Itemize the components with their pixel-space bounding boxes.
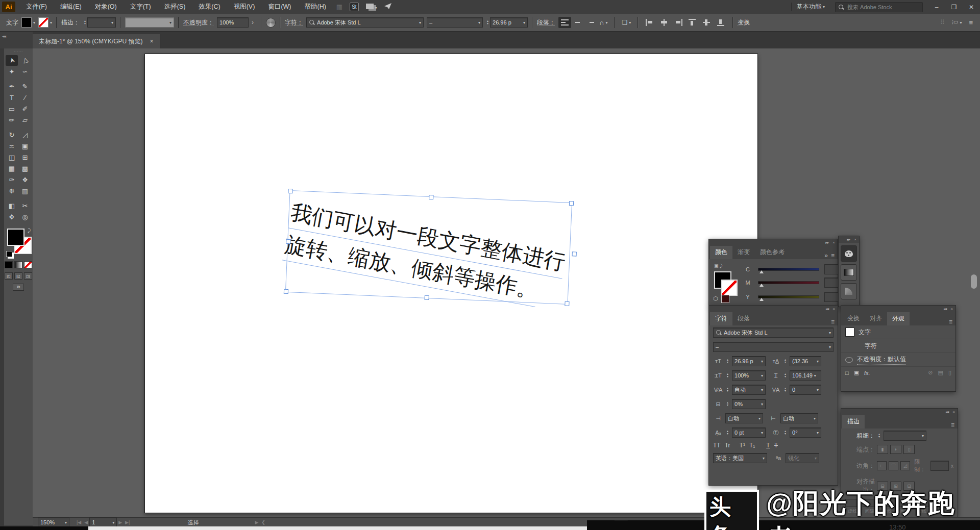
touch-workspace-icon[interactable]: ⠿ — [940, 19, 945, 26]
delete-item-icon[interactable]: ▯ — [948, 369, 951, 376]
collapse-toolbar-icon[interactable] — [2, 34, 6, 39]
opacity-more-arrow[interactable]: › — [252, 19, 254, 26]
tool-lasso[interactable]: ∽ — [19, 66, 31, 77]
tab-color[interactable]: 颜色 — [710, 246, 732, 259]
tool-rotate[interactable]: ↻ — [6, 130, 18, 140]
gradient-mode-button[interactable] — [14, 261, 22, 268]
space-after-dropdown[interactable]: 自动 — [780, 413, 818, 423]
char-font-family-dropdown[interactable]: Adobe 宋体 Std L — [713, 327, 834, 338]
new-stroke-icon[interactable]: □ — [845, 370, 849, 376]
menu-item-file[interactable]: 文件(F) — [19, 0, 54, 14]
vertical-align-center-icon[interactable] — [703, 19, 711, 26]
handle-bottom-center[interactable] — [425, 295, 429, 300]
tool-gradient[interactable]: ▩ — [19, 163, 31, 174]
toolbar-fill-swatch[interactable] — [7, 229, 24, 246]
vertical-scale-dropdown[interactable]: 100% — [732, 370, 766, 381]
text-selection-frame[interactable]: 我们可以对一段文字整体进行 旋转、缩放、倾斜等操作。 — [285, 190, 572, 305]
collapse-panel-icon[interactable] — [825, 307, 828, 311]
mini-swap-icon[interactable]: ▣ ⤸ — [714, 263, 722, 269]
stroke-color-control[interactable] — [38, 17, 52, 28]
horizontal-scale-dropdown[interactable]: 106.149 — [790, 370, 821, 381]
tool-paintbrush[interactable]: ✐ — [19, 104, 31, 114]
draw-normal-button[interactable]: ◰ — [5, 272, 13, 280]
tracking-stepper[interactable] — [785, 387, 786, 392]
default-fill-stroke-icon[interactable] — [6, 251, 12, 257]
appearance-row-type[interactable]: 文字 — [841, 325, 955, 339]
superscript-button[interactable]: T¹ — [740, 442, 745, 449]
expand-dock-icon[interactable] — [847, 237, 850, 242]
tool-shape-builder[interactable]: ◫ — [6, 152, 18, 163]
tab-appearance[interactable]: 外观 — [887, 312, 910, 325]
first-artboard-icon[interactable]: |◀ — [77, 520, 81, 525]
handle-top-right[interactable] — [569, 201, 574, 206]
character-label[interactable]: 字符： — [285, 18, 303, 27]
handle-bottom-right[interactable] — [565, 301, 569, 306]
baseline-shift-stepper[interactable] — [727, 430, 728, 435]
prev-artboard-icon[interactable]: ◀ — [84, 520, 88, 525]
kerning-dropdown[interactable]: 自动 — [732, 385, 766, 395]
vertical-align-top-icon[interactable] — [689, 19, 697, 26]
minimize-button[interactable]: – — [928, 0, 945, 14]
artboard-navigation-dropdown[interactable]: 1 — [89, 517, 117, 527]
tool-selection[interactable]: ➤ — [6, 55, 18, 66]
share-icon[interactable] — [384, 3, 392, 11]
font-style-dropdown[interactable]: – — [427, 17, 483, 28]
tool-width[interactable]: ≍ — [6, 141, 18, 152]
text-object[interactable]: 我们可以对一段文字整体进行 旋转、缩放、倾斜等操作。 — [282, 196, 568, 311]
space-before-dropdown[interactable]: 自动 — [725, 413, 763, 423]
tool-column-graph[interactable]: ▥ — [19, 186, 31, 196]
tool-rectangle[interactable]: ▭ — [6, 104, 18, 114]
anti-alias-dropdown[interactable]: 锐化 — [786, 453, 819, 463]
font-size-dropdown[interactable]: 26.96 p — [490, 17, 528, 28]
restore-button[interactable]: ❐ — [945, 0, 963, 14]
close-button[interactable]: ✕ — [963, 0, 980, 14]
horizontal-align-center-icon[interactable] — [660, 19, 668, 26]
draw-behind-button[interactable]: ◱ — [14, 272, 22, 280]
horizontal-align-right-icon[interactable] — [674, 19, 682, 26]
dock-gradient-button[interactable] — [841, 264, 857, 281]
vertical-scale-stepper[interactable] — [727, 373, 728, 378]
close-panel-icon[interactable] — [832, 307, 835, 311]
search-input[interactable] — [846, 4, 910, 11]
tool-slice[interactable]: ✂ — [19, 200, 31, 211]
menu-item-object[interactable]: 对象(O) — [88, 0, 124, 14]
tool-free-transform[interactable]: ▣ — [19, 141, 31, 152]
all-caps-button[interactable]: TT — [713, 442, 721, 449]
duplicate-item-icon[interactable]: ▤ — [938, 369, 943, 376]
menu-item-effect[interactable]: 效果(C) — [192, 0, 227, 14]
vertical-align-bottom-icon[interactable] — [717, 19, 725, 26]
tab-character[interactable]: 字符 — [710, 312, 732, 325]
appearance-opacity-label[interactable]: 不透明度：默认值 — [857, 355, 906, 365]
collapse-panel-icon[interactable] — [943, 307, 946, 311]
tool-line-segment[interactable]: ∕ — [19, 92, 31, 103]
leading-dropdown[interactable]: (32.36 — [790, 356, 821, 366]
tool-eraser[interactable]: ▱ — [19, 115, 31, 125]
miter-limit-field[interactable] — [930, 461, 949, 471]
control-menu-icon[interactable] — [969, 19, 973, 27]
tool-eyedropper[interactable]: ✑ — [6, 174, 18, 185]
envelope-warp-button[interactable]: ∩ — [597, 17, 610, 28]
scroll-right-icon[interactable]: ▶ — [255, 520, 258, 525]
magenta-slider-thumb[interactable] — [760, 284, 764, 287]
tool-hand[interactable]: ✥ — [6, 212, 18, 222]
menu-item-type[interactable]: 文字(T) — [124, 0, 158, 14]
recolor-artwork-icon[interactable] — [266, 18, 276, 28]
character-panel-menu-icon[interactable] — [831, 318, 835, 325]
miter-join-button[interactable]: ∟ — [877, 461, 887, 470]
tool-direct-selection[interactable]: ▷ — [19, 55, 31, 66]
proportional-spacing-stepper[interactable] — [727, 401, 728, 407]
tab-gradient[interactable]: 渐变 — [732, 246, 755, 259]
font-size-stepper[interactable] — [727, 359, 728, 364]
tools-drag-handle[interactable]: ⋯⋯ — [14, 48, 23, 55]
char-rotation-stepper[interactable] — [785, 430, 786, 435]
char-rotation-dropdown[interactable]: 0° — [790, 427, 821, 438]
tab-stroke[interactable]: 描边 — [842, 415, 865, 428]
collapse-panel-icon[interactable] — [825, 240, 828, 245]
draw-inside-button[interactable]: ◳ — [24, 272, 32, 280]
close-dock-icon[interactable] — [854, 237, 856, 242]
document-setup-button[interactable]: ❏ — [619, 17, 633, 28]
screen-mode-button[interactable]: ⧉ — [13, 284, 24, 291]
color-panel-menu-icon[interactable] — [831, 252, 835, 259]
align-center-button[interactable] — [571, 17, 584, 28]
tool-type[interactable]: T — [6, 92, 18, 103]
